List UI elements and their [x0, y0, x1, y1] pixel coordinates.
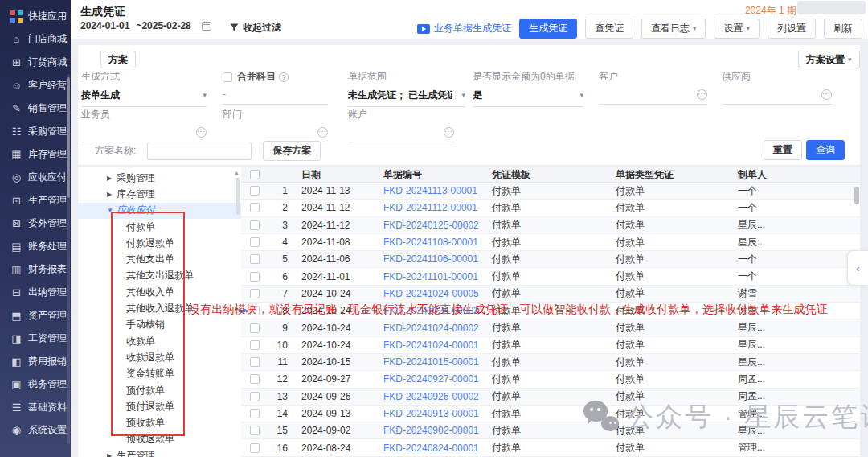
save-scheme-button[interactable]: 保存方案	[263, 141, 321, 161]
sidebar-item[interactable]: ☷ 采购管理	[0, 120, 71, 143]
sidebar-item[interactable]: ☺ 客户经营	[0, 74, 71, 97]
tree-item[interactable]: 收款退款单	[78, 349, 241, 365]
cell-doc-no-link[interactable]: FKD-20241024-00002	[373, 323, 481, 334]
row-checkbox[interactable]	[250, 203, 260, 212]
sidebar-item[interactable]: ◧ 费用报销	[0, 350, 71, 373]
scheme-name-input[interactable]	[147, 142, 252, 160]
table-row[interactable]: 10 2024-10-24 FKD-20241024-00001 付款单 付款单…	[241, 337, 860, 354]
table-row[interactable]: 1 2024-11-13 FKD-20241113-00001 付款单 付款单 …	[241, 183, 860, 200]
more-options-icon[interactable]: ···	[444, 127, 454, 138]
sidebar-item[interactable]: ⊟ 出纳管理	[0, 281, 71, 304]
account-input[interactable]: ···	[348, 126, 454, 142]
table-row[interactable]: 4 2024-11-08 FKD-20241108-00001 付款单 付款单 …	[241, 234, 860, 251]
row-checkbox[interactable]	[250, 409, 260, 418]
salesman-input[interactable]: ···	[81, 126, 207, 142]
doc-range-select[interactable]: 未生成凭证； 已生成凭证 ▾	[348, 89, 465, 107]
tree-item[interactable]: 预付退款单	[78, 398, 241, 414]
tree-item[interactable]: 其他收入单	[78, 284, 241, 300]
more-options-icon[interactable]: ···	[317, 127, 328, 138]
row-checkbox[interactable]	[250, 340, 260, 350]
row-checkbox[interactable]	[250, 186, 260, 196]
table-row[interactable]: 11 2024-10-15 FKD-20241015-00001 付款单 付款单…	[241, 354, 860, 371]
row-checkbox[interactable]	[250, 289, 260, 298]
tree-item[interactable]: 预付款单	[78, 382, 241, 398]
tree-item[interactable]: ▼ 应收应付	[78, 203, 241, 219]
cell-doc-no-link[interactable]: FKD-20241024-00001	[373, 340, 481, 351]
sidebar-item[interactable]: ☰ 基础资料	[0, 396, 71, 419]
table-row[interactable]: 16 2024-08-24 FKD-20240824-00001 付款单 付款单…	[241, 439, 860, 456]
column-settings-button[interactable]: 列设置	[768, 19, 816, 39]
sidebar-item[interactable]: ◉ 系统设置	[0, 419, 71, 443]
sidebar-item[interactable]: ▦ 库存管理	[0, 143, 71, 167]
sidebar-item[interactable]: ▥ 财务报表	[0, 258, 71, 282]
row-checkbox[interactable]	[250, 374, 260, 384]
row-checkbox[interactable]	[250, 323, 260, 333]
sidebar-item[interactable]: 快捷应用	[0, 5, 71, 28]
sidebar-item[interactable]: ▣ 税务管理	[0, 373, 71, 397]
scheme-settings-button[interactable]: 方案设置 ▾	[798, 51, 860, 68]
tree-item[interactable]: 收款单	[78, 333, 241, 349]
tree-item[interactable]: 预收退款单	[78, 431, 241, 447]
tree-item[interactable]: 付款单	[78, 219, 241, 235]
tree-item[interactable]: ▶ 采购管理	[78, 170, 241, 186]
cell-doc-no-link[interactable]: FKD-20240125-00002	[373, 220, 481, 231]
sidebar-item[interactable]: ⊡ 生产管理	[0, 189, 71, 212]
generate-voucher-button[interactable]: 生成凭证	[519, 19, 577, 39]
department-input[interactable]: ···	[223, 126, 328, 142]
view-voucher-button[interactable]: 查凭证	[585, 19, 633, 39]
table-row[interactable]: 5 2024-11-06 FKD-20241106-00001 付款单 付款单 …	[241, 251, 860, 268]
generate-mode-select[interactable]: 按单生成 ▾	[81, 89, 207, 107]
table-row[interactable]: 3 2024-11-12 FKD-20240125-00002 付款单 付款单 …	[241, 217, 860, 234]
show-zero-select[interactable]: 是 ▾	[473, 89, 583, 107]
row-checkbox[interactable]	[250, 272, 260, 282]
tree-scrollbar[interactable]	[236, 178, 240, 215]
tree-item[interactable]: 手动核销	[78, 317, 241, 333]
cell-doc-no-link[interactable]: FKD-20241112-00001	[373, 202, 481, 213]
sidebar-item[interactable]: ◎ 应收应付	[0, 166, 71, 189]
video-tutorial-link[interactable]: 业务单据生成凭证	[417, 22, 511, 35]
tree-item[interactable]: ▶ 生产管理	[78, 447, 241, 457]
sidebar-item[interactable]: ⊠ 委外管理	[0, 212, 71, 235]
row-checkbox[interactable]	[250, 254, 260, 264]
tree-item[interactable]: ▶ 库存管理	[78, 186, 241, 202]
merge-subject-checkbox[interactable]	[223, 72, 232, 82]
row-checkbox[interactable]	[250, 357, 260, 367]
table-row[interactable]: 9 2024-10-24 FKD-20241024-00002 付款单 付款单 …	[241, 319, 860, 336]
more-options-icon[interactable]: ···	[821, 89, 832, 100]
view-log-button[interactable]: 查看日志 ▾	[641, 19, 706, 39]
tree-item[interactable]: 其他支出单	[78, 251, 241, 267]
help-icon[interactable]: ?	[279, 72, 289, 82]
cell-doc-no-link[interactable]: FKD-20241106-00001	[373, 253, 481, 265]
reset-button[interactable]: 重置	[764, 140, 802, 160]
collapse-filter-button[interactable]: 收起过滤	[230, 21, 281, 35]
tree-item[interactable]: 付款退款单	[78, 235, 241, 251]
cell-doc-no-link[interactable]: FKD-20240927-00001	[373, 373, 481, 385]
sidebar-item[interactable]: ✎ 销售管理	[0, 97, 71, 120]
row-checkbox[interactable]	[250, 392, 260, 401]
date-range-field[interactable]: 2024-01-01 ~2025-02-28	[80, 20, 211, 35]
cell-doc-no-link[interactable]: FKD-20241108-00001	[373, 237, 481, 248]
more-options-icon[interactable]: ···	[697, 89, 707, 100]
collapse-panel-tab[interactable]: ‹	[847, 250, 868, 286]
customer-input[interactable]: ···	[599, 89, 707, 105]
table-row[interactable]: 15 2024-09-02 FKD-20240902-00001 付款单 付款单…	[241, 422, 860, 439]
tree-item[interactable]: 资金转账单	[78, 366, 241, 382]
query-button[interactable]: 查询	[806, 140, 845, 160]
cell-doc-no-link[interactable]: FKD-20241113-00001	[373, 185, 481, 196]
table-row[interactable]: 7 2024-10-24 FKD-20241024-00005 付款单 付款单 …	[241, 286, 860, 303]
tree-scroll-up-icon[interactable]: ▲	[234, 170, 240, 175]
sidebar-item[interactable]: ⬒ 资产管理	[0, 304, 71, 327]
row-checkbox[interactable]	[250, 237, 260, 247]
sidebar-item[interactable]: ◨ 工资管理	[0, 327, 71, 350]
supplier-input[interactable]: ···	[722, 89, 832, 105]
cell-doc-no-link[interactable]: FKD-20240926-00002	[373, 391, 481, 402]
tab-scheme[interactable]: 方案	[100, 51, 136, 68]
table-row[interactable]: 12 2024-09-27 FKD-20240927-00001 付款单 付款单…	[241, 371, 860, 388]
table-row[interactable]: 13 2024-09-26 FKD-20240926-00002 付款单 付款单…	[241, 389, 860, 406]
select-all-checkbox[interactable]	[250, 170, 260, 179]
sidebar-item[interactable]: ⊞ 订货商城	[0, 51, 71, 74]
cell-doc-no-link[interactable]: FKD-20240902-00001	[373, 425, 481, 436]
sidebar-item[interactable]: ⌂ 门店商城	[0, 28, 71, 51]
tree-item[interactable]: 其他支出退款单	[78, 268, 241, 284]
cell-doc-no-link[interactable]: FKD-20241101-00001	[373, 271, 481, 282]
